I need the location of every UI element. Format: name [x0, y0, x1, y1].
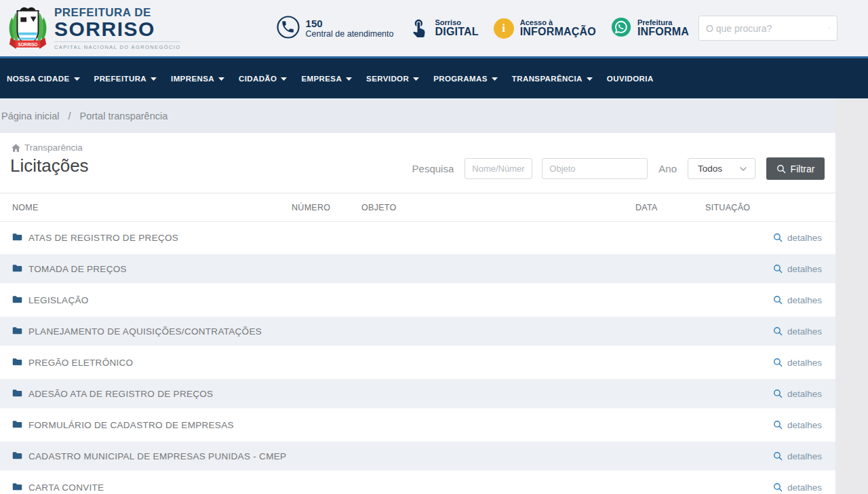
details-label: detalhes: [787, 326, 822, 337]
chevron-down-icon: [218, 77, 224, 81]
details-link[interactable]: detalhes: [773, 233, 822, 243]
details-link[interactable]: detalhes: [773, 451, 822, 461]
column-header-situacao: SITUAÇÃO: [705, 203, 750, 212]
site-search-input[interactable]: [706, 23, 829, 34]
table-row[interactable]: TOMADA DE PREÇOS detalhes: [0, 253, 835, 284]
nav-item[interactable]: PREFEITURA: [94, 75, 157, 83]
details-label: detalhes: [787, 389, 822, 399]
search-filter-label: Pesquisa: [412, 163, 454, 174]
row-name: CADASTRO MUNICIPAL DE EMPRESAS PUNIDAS -…: [28, 451, 286, 461]
chevron-down-icon: [740, 167, 747, 171]
details-label: detalhes: [787, 451, 822, 461]
page-header: Transparência Licitações Pesquisa Ano To…: [0, 133, 835, 193]
details-label: detalhes: [787, 233, 822, 243]
details-label: detalhes: [787, 420, 822, 430]
search-icon: [773, 358, 783, 367]
nav-item-label: CIDADÃO: [239, 75, 277, 83]
logo-tagline: CAPITAL NACIONAL DO AGRONEGÓCIO: [54, 41, 180, 50]
contact-prefeitura-informa[interactable]: Prefeitura INFORMA: [611, 17, 689, 40]
hand-pointer-icon: [409, 17, 429, 40]
year-select[interactable]: Todos: [688, 158, 755, 179]
search-icon: [773, 233, 783, 242]
nav-item[interactable]: OUVIDORIA: [607, 75, 654, 83]
site-logo[interactable]: SORRISO PREFEITURA DE SORRISO CAPITAL NA…: [7, 4, 180, 53]
search-icon: [773, 420, 783, 430]
search-icon: [773, 264, 783, 273]
site-header: SORRISO PREFEITURA DE SORRISO CAPITAL NA…: [0, 0, 868, 56]
nav-item[interactable]: PROGRAMAS: [433, 75, 498, 83]
contact-title: INFORMAÇÃO: [520, 26, 596, 38]
content-card: Transparência Licitações Pesquisa Ano To…: [0, 133, 835, 494]
search-icon: [773, 389, 783, 398]
folder-icon: [12, 450, 22, 462]
details-link[interactable]: detalhes: [773, 264, 822, 274]
contact-sorriso-digital[interactable]: Sorriso DIGITAL: [409, 17, 479, 40]
nav-item-label: TRANSPARÊNCIA: [512, 75, 583, 83]
folder-icon: [12, 263, 22, 275]
logo-ribbon-text: SORRISO: [18, 41, 38, 46]
row-name: CARTA CONVITE: [28, 482, 104, 493]
row-name: PLANEJAMENTO DE AQUISIÇÕES/CONTRATAÇÕES: [28, 326, 262, 337]
year-select-value: Todos: [698, 164, 722, 174]
nav-item[interactable]: IMPRENSA: [171, 75, 224, 83]
row-name: ADESÃO ATA DE REGISTRO DE PREÇOS: [28, 389, 213, 399]
table-row[interactable]: ATAS DE REGISTRO DE PREÇOS detalhes: [0, 222, 835, 253]
folder-icon: [12, 419, 22, 431]
home-icon: [12, 144, 20, 152]
coat-of-arms-icon: SORRISO: [7, 4, 49, 53]
table-row[interactable]: LEGISLAÇÃO detalhes: [0, 284, 835, 316]
search-icon[interactable]: [829, 22, 830, 35]
chevron-down-icon: [492, 77, 498, 81]
chevron-down-icon: [587, 77, 593, 81]
nav-item[interactable]: NOSSA CIDADE: [7, 75, 80, 83]
breadcrumb-separator: /: [68, 111, 71, 121]
section-label[interactable]: Transparência: [12, 142, 83, 153]
phone-icon: [277, 16, 300, 41]
table-row[interactable]: PREGÃO ELETRÔNICO detalhes: [0, 347, 835, 378]
search-icon: [773, 451, 783, 461]
details-link[interactable]: detalhes: [773, 295, 822, 305]
row-name: ATAS DE REGISTRO DE PREÇOS: [28, 233, 178, 243]
table-row[interactable]: ADESÃO ATA DE REGISTRO DE PREÇOS detalhe…: [0, 378, 835, 409]
nav-item-label: PROGRAMAS: [433, 75, 488, 83]
column-header-objeto: OBJETO: [361, 203, 397, 212]
filter-name-input[interactable]: [465, 158, 532, 179]
folder-icon: [12, 325, 22, 337]
whatsapp-icon: [611, 17, 631, 40]
filter-object-input[interactable]: [542, 158, 648, 179]
details-link[interactable]: detalhes: [773, 482, 822, 493]
details-link[interactable]: detalhes: [773, 389, 822, 399]
nav-item-label: SERVIDOR: [366, 75, 409, 83]
filter-bar: Pesquisa Ano Todos Filtrar: [412, 157, 825, 180]
filter-button[interactable]: Filtrar: [766, 157, 825, 180]
contact-acesso-informacao[interactable]: i Acesso à INFORMAÇÃO: [494, 18, 596, 39]
contact-central-atendimento[interactable]: 150 Central de atendimento: [277, 16, 394, 41]
breadcrumb-home[interactable]: Página inicial: [1, 111, 59, 121]
nav-item[interactable]: EMPRESA: [301, 75, 352, 83]
table-row[interactable]: FORMULÁRIO DE CADASTRO DE EMPRESAS detal…: [0, 409, 835, 440]
details-link[interactable]: detalhes: [773, 358, 822, 368]
table-row[interactable]: CARTA CONVITE detalhes: [0, 472, 835, 494]
details-label: detalhes: [787, 482, 822, 493]
details-link[interactable]: detalhes: [773, 420, 822, 430]
table-row[interactable]: CADASTRO MUNICIPAL DE EMPRESAS PUNIDAS -…: [0, 440, 835, 472]
folder-icon: [12, 231, 22, 244]
chevron-down-icon: [281, 77, 287, 81]
search-icon: [773, 326, 783, 336]
column-header-data: DATA: [635, 203, 658, 212]
table-row[interactable]: PLANEJAMENTO DE AQUISIÇÕES/CONTRATAÇÕES …: [0, 316, 835, 347]
year-filter-label: Ano: [658, 163, 677, 174]
contact-number: 150: [306, 18, 394, 29]
nav-item[interactable]: TRANSPARÊNCIA: [512, 75, 593, 83]
nav-item-label: NOSSA CIDADE: [7, 75, 70, 83]
breadcrumb: Página inicial / Portal transparência: [0, 98, 835, 133]
filter-button-label: Filtrar: [791, 164, 815, 174]
header-contacts: 150 Central de atendimento Sorriso DIGIT…: [277, 16, 689, 41]
main-nav: NOSSA CIDADE PREFEITURA IMPRENSA CIDADÃO…: [0, 56, 868, 98]
details-link[interactable]: detalhes: [773, 326, 822, 337]
search-icon: [776, 164, 786, 174]
nav-item[interactable]: SERVIDOR: [366, 75, 419, 83]
page-title: Licitações: [10, 155, 89, 176]
logo-line2: SORRISO: [54, 20, 180, 39]
nav-item[interactable]: CIDADÃO: [239, 75, 287, 83]
